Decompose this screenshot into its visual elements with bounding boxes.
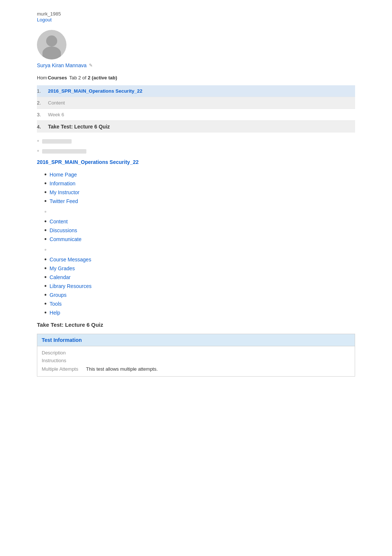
avatar	[37, 30, 66, 59]
instructions-label: Instructions	[42, 358, 86, 363]
nav-item-information: • Information	[44, 179, 370, 188]
nav-item-groups: • Groups	[44, 291, 370, 299]
take-test-heading: Take Test: Lecture 6 Quiz	[0, 317, 392, 330]
nav-link-help[interactable]: Help	[49, 310, 60, 316]
nav-link-library-resources[interactable]: Library Resources	[49, 283, 92, 289]
instructions-value	[86, 358, 350, 363]
courses-tab[interactable]: Courses	[48, 75, 67, 80]
nav-item-communicate: • Communicate	[44, 235, 370, 244]
nav-item-discussions: • Discussions	[44, 226, 370, 235]
nav-link-home-page[interactable]: Home Page	[49, 172, 77, 178]
avatar-container: Surya Kiran Mannava ✎	[0, 26, 392, 72]
tab-count-info: Tab 2 of	[69, 75, 86, 80]
nav-item-my-grades: • My Grades	[44, 264, 370, 273]
nav-item-twitter-feed: • Twitter Feed	[44, 197, 370, 206]
current-page-title: Take Test: Lecture 6 Quiz	[48, 124, 110, 130]
tab-active-info: 2 (active tab)	[88, 75, 117, 80]
test-description-row: Description	[42, 349, 350, 356]
description-label: Description	[42, 350, 86, 356]
logout-link[interactable]: Logout	[37, 17, 52, 23]
nav-item-library-resources: • Library Resources	[44, 282, 370, 291]
course-section-header[interactable]: 2016_SPR_MAIN_Operations Security_22	[0, 156, 392, 168]
nav-link-my-instructor[interactable]: My Instructor	[49, 189, 79, 195]
nav-group-1: • Home Page • Information • My Instructo…	[0, 168, 392, 206]
nav-item-content: • Content	[44, 217, 370, 226]
nav-link-twitter-feed[interactable]: Twitter Feed	[49, 198, 78, 204]
nav-item-course-messages: • Course Messages	[44, 255, 370, 264]
test-info-header: Test Information	[37, 334, 355, 346]
edit-icon[interactable]: ✎	[89, 63, 93, 68]
user-area: murk_1985 Logout	[0, 7, 392, 26]
nav-link-tools[interactable]: Tools	[49, 301, 62, 307]
nav-link-content[interactable]: Content	[49, 219, 68, 224]
nav-item-my-instructor: • My Instructor	[44, 188, 370, 197]
nav-link-communicate[interactable]: Communicate	[49, 236, 81, 242]
breadcrumb-item-2: 2. Content	[37, 97, 355, 109]
description-value	[86, 350, 350, 356]
breadcrumb-item-1: 1. 2016_SPR_MAIN_Operations Security_22	[37, 85, 355, 97]
test-info-panel: Test Information Description Instruction…	[37, 334, 355, 377]
nav-link-my-grades[interactable]: My Grades	[49, 265, 75, 271]
test-info-body: Description Instructions Multiple Attemp…	[37, 346, 355, 376]
test-multiple-attempts-row: Multiple Attempts This test allows multi…	[42, 365, 350, 373]
course-link-2[interactable]: Content	[48, 100, 65, 106]
course-link-3[interactable]: Week 6	[48, 112, 64, 117]
empty-bullets-top: • •	[0, 133, 392, 156]
nav-item-help: • Help	[44, 308, 370, 317]
nav-link-information[interactable]: Information	[49, 181, 75, 186]
nav-group-2: • • Content • Discussions • Communicate	[0, 207, 392, 244]
breadcrumb-item-3: 3. Week 6	[37, 109, 355, 121]
breadcrumb-list: 1. 2016_SPR_MAIN_Operations Security_22 …	[0, 85, 392, 133]
nav-item-home-page: • Home Page	[44, 170, 370, 179]
breadcrumb-tabs: Hom Courses Tab 2 of 2 (active tab)	[0, 72, 392, 83]
breadcrumb-item-4: 4. Take Test: Lecture 6 Quiz	[37, 121, 355, 133]
test-instructions-row: Instructions	[42, 356, 350, 365]
nav-group-3: • • Course Messages • My Grades • Calend…	[0, 245, 392, 317]
course-link-1[interactable]: 2016_SPR_MAIN_Operations Security_22	[48, 88, 142, 94]
multiple-attempts-value: This test allows multiple attempts.	[86, 366, 350, 372]
username-display: murk_1985	[37, 11, 355, 17]
home-tab-partial[interactable]: Hom	[37, 75, 47, 80]
nav-link-groups[interactable]: Groups	[49, 292, 66, 298]
multiple-attempts-label: Multiple Attempts	[42, 366, 86, 372]
nav-item-tools: • Tools	[44, 299, 370, 308]
nav-item-calendar: • Calendar	[44, 273, 370, 282]
nav-link-calendar[interactable]: Calendar	[49, 274, 71, 280]
nav-link-discussions[interactable]: Discussions	[49, 227, 77, 233]
user-display-name: Surya Kiran Mannava ✎	[37, 62, 93, 68]
nav-link-course-messages[interactable]: Course Messages	[49, 257, 91, 262]
